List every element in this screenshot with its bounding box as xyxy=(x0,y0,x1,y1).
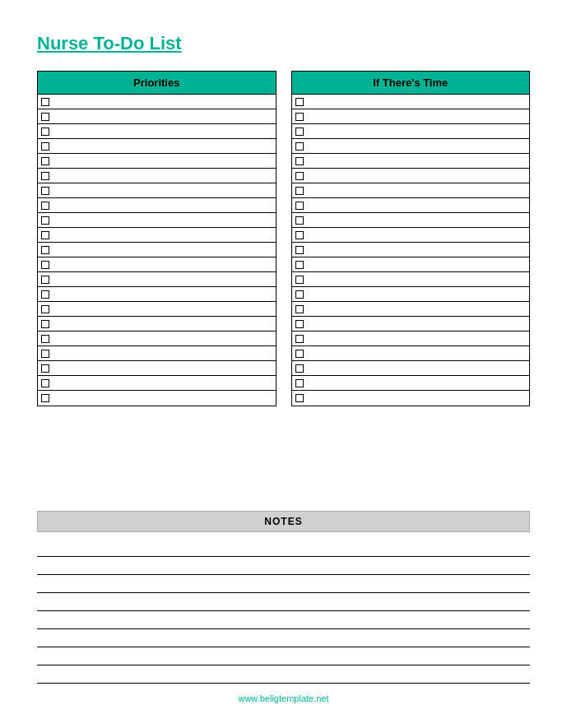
checkbox-icon[interactable] xyxy=(295,290,304,299)
check-line xyxy=(307,368,527,369)
checkbox-icon[interactable] xyxy=(41,113,49,121)
list-item[interactable] xyxy=(292,139,530,154)
list-item[interactable] xyxy=(292,154,530,169)
check-line xyxy=(53,279,272,280)
checkbox-icon[interactable] xyxy=(41,364,49,373)
list-item[interactable] xyxy=(38,287,276,302)
list-item[interactable] xyxy=(292,361,530,376)
list-item[interactable] xyxy=(292,332,530,346)
checkbox-icon[interactable] xyxy=(295,335,304,343)
checkbox-icon[interactable] xyxy=(295,128,304,136)
note-line xyxy=(37,611,530,629)
note-line xyxy=(37,575,530,593)
checkbox-icon[interactable] xyxy=(41,394,49,402)
checkbox-icon[interactable] xyxy=(41,305,49,313)
list-item[interactable] xyxy=(292,243,530,257)
list-item[interactable] xyxy=(38,272,276,287)
checkbox-icon[interactable] xyxy=(41,172,49,180)
check-line xyxy=(307,383,527,383)
checkbox-icon[interactable] xyxy=(41,202,49,210)
list-item[interactable] xyxy=(292,376,530,391)
list-item[interactable] xyxy=(292,228,530,243)
list-item[interactable] xyxy=(38,317,276,332)
checkbox-icon[interactable] xyxy=(41,290,49,299)
list-item[interactable] xyxy=(38,183,276,198)
checkbox-icon[interactable] xyxy=(41,335,49,343)
checkbox-icon[interactable] xyxy=(295,276,304,284)
list-item[interactable] xyxy=(38,169,276,183)
list-item[interactable] xyxy=(292,183,530,198)
check-line xyxy=(307,190,527,191)
list-item[interactable] xyxy=(38,213,276,228)
checkbox-icon[interactable] xyxy=(41,98,49,106)
checkbox-icon[interactable] xyxy=(41,276,49,284)
list-item[interactable] xyxy=(38,139,276,154)
check-line xyxy=(53,160,272,161)
list-item[interactable] xyxy=(292,257,530,272)
checkbox-icon[interactable] xyxy=(295,261,304,269)
check-line xyxy=(53,338,272,339)
checkbox-icon[interactable] xyxy=(41,246,49,254)
checkbox-icon[interactable] xyxy=(295,231,304,239)
checkbox-icon[interactable] xyxy=(295,305,304,313)
checkbox-icon[interactable] xyxy=(295,379,304,387)
list-item[interactable] xyxy=(38,391,276,406)
checkbox-icon[interactable] xyxy=(295,187,304,195)
checkbox-icon[interactable] xyxy=(41,379,49,387)
checkbox-icon[interactable] xyxy=(41,320,49,328)
checkbox-icon[interactable] xyxy=(295,98,304,106)
check-line xyxy=(53,398,272,399)
checkbox-icon[interactable] xyxy=(41,157,49,165)
list-item[interactable] xyxy=(292,302,530,317)
list-item[interactable] xyxy=(38,95,276,109)
list-item[interactable] xyxy=(292,346,530,361)
list-item[interactable] xyxy=(292,198,530,213)
list-item[interactable] xyxy=(292,213,530,228)
check-line xyxy=(53,294,272,294)
list-item[interactable] xyxy=(38,376,276,391)
list-item[interactable] xyxy=(38,257,276,272)
checkbox-icon[interactable] xyxy=(295,246,304,254)
checkbox-icon[interactable] xyxy=(295,202,304,210)
list-item[interactable] xyxy=(292,272,530,287)
checkbox-icon[interactable] xyxy=(41,350,49,358)
list-item[interactable] xyxy=(38,361,276,376)
checkbox-icon[interactable] xyxy=(295,113,304,121)
checkbox-icon[interactable] xyxy=(295,172,304,180)
note-line xyxy=(37,647,530,665)
notes-section: NOTES xyxy=(37,511,530,684)
list-item[interactable] xyxy=(292,287,530,302)
checkbox-icon[interactable] xyxy=(295,216,304,225)
checkbox-icon[interactable] xyxy=(41,261,49,269)
checkbox-icon[interactable] xyxy=(295,157,304,165)
list-item[interactable] xyxy=(292,109,530,124)
checkbox-icon[interactable] xyxy=(295,142,304,151)
checkbox-icon[interactable] xyxy=(295,350,304,358)
list-item[interactable] xyxy=(38,243,276,257)
checkbox-icon[interactable] xyxy=(41,231,49,239)
checkbox-icon[interactable] xyxy=(41,187,49,195)
list-item[interactable] xyxy=(292,317,530,332)
list-item[interactable] xyxy=(38,154,276,169)
list-item[interactable] xyxy=(38,124,276,139)
checkbox-icon[interactable] xyxy=(295,394,304,402)
check-line xyxy=(307,175,527,176)
list-item[interactable] xyxy=(38,198,276,213)
list-item[interactable] xyxy=(38,228,276,243)
if-time-header: If There's Time xyxy=(291,71,531,95)
list-item[interactable] xyxy=(38,346,276,361)
checkbox-icon[interactable] xyxy=(41,142,49,151)
list-item[interactable] xyxy=(38,302,276,317)
checkbox-icon[interactable] xyxy=(41,216,49,225)
checkbox-icon[interactable] xyxy=(41,128,49,136)
check-line xyxy=(307,398,527,399)
list-item[interactable] xyxy=(292,124,530,139)
list-item[interactable] xyxy=(292,169,530,183)
checkbox-icon[interactable] xyxy=(295,320,304,328)
check-line xyxy=(53,175,272,176)
list-item[interactable] xyxy=(292,391,530,406)
list-item[interactable] xyxy=(38,332,276,346)
checkbox-icon[interactable] xyxy=(295,364,304,373)
list-item[interactable] xyxy=(292,95,530,109)
list-item[interactable] xyxy=(38,109,276,124)
